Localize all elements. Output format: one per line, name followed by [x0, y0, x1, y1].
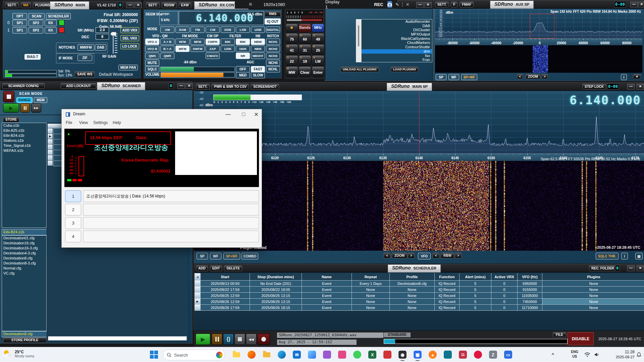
file-item-eibi-b24.s1b[interactable]: Eibi-B24.s1b [2, 133, 46, 138]
mode-fm-button[interactable]: FM [191, 26, 205, 33]
waterfall-palette-button[interactable]: ▤ [635, 253, 643, 259]
bands-tab-button[interactable]: Bands [299, 24, 311, 33]
rx-rdsw-button[interactable]: RDSW [162, 2, 177, 8]
standard-mode-chip[interactable]: STANDARD [384, 333, 411, 337]
band-dot-button[interactable] [285, 24, 298, 33]
profile-item-decimisation8.cfg[interactable]: Decimisation8.cfg [2, 256, 46, 261]
cell[interactable]: 2025/08/22 17:59 [201, 287, 250, 293]
app-teal-icon[interactable] [443, 350, 453, 360]
cell[interactable]: 2025/08/25 13:15 [250, 293, 302, 299]
band-key-clear[interactable]: Clear [299, 66, 311, 77]
volume-meter[interactable] [161, 72, 235, 77]
mini-row-header[interactable] [48, 150, 53, 155]
aux-spectrum-plot[interactable]: dBm -20-30-40-50-60-70-80-90-100-110-120… [435, 9, 642, 39]
scanner-config-button[interactable]: SCANNER CONFIG [2, 83, 45, 89]
cell[interactable]: Event [302, 299, 352, 305]
plugin-item-dxcluster[interactable]: DXCluster [362, 28, 432, 32]
plugin-item-fran[interactable]: Fran [362, 58, 432, 62]
aux-zoom-out-button[interactable]: < [517, 74, 523, 79]
scan-play-button[interactable]: ▶ [3, 103, 19, 113]
mode-cw-button[interactable]: CW [206, 26, 220, 33]
vrx1-rx-button[interactable]: RX [45, 27, 57, 34]
agc-off-button[interactable]: OFF [236, 66, 250, 72]
cell[interactable]: 0 [491, 287, 518, 293]
band-key-19[interactable]: 219 [299, 55, 311, 66]
screenshot-camera-button[interactable] [387, 1, 392, 8]
cell[interactable]: Event [302, 287, 352, 293]
app-blue-icon[interactable]: ▦ [413, 350, 423, 360]
nch1-button[interactable]: NCH1 [266, 39, 280, 45]
band-key-lw[interactable]: 3LW [312, 55, 324, 66]
scrollbar-thumb[interactable] [358, 25, 359, 46]
vfo-button[interactable]: VFO [418, 253, 431, 259]
cell[interactable]: None [542, 281, 644, 287]
column-header-active-vrx[interactable]: Active VRX [491, 273, 518, 281]
minimize-button[interactable]: — [177, 83, 185, 89]
minimize-button[interactable]: — [627, 265, 635, 271]
column-header-stop-duration-mins-[interactable]: Stop (Duration mins) [250, 273, 302, 281]
plugin-item-cloudmarkers[interactable]: CloudMarkers [362, 41, 432, 45]
display-app-icon[interactable]: ▭ [503, 350, 513, 360]
aux-waterfall[interactable] [435, 45, 642, 73]
cell[interactable]: None [542, 287, 644, 293]
scan-files-list[interactable]: Cuba.s1bEibi-A25.s1bEibi-B24.s1bStations… [2, 123, 47, 228]
column-header-vfo-hz-[interactable]: VFO (Hz) [518, 273, 542, 281]
vfo-b-button[interactable]: VFO B [145, 46, 159, 52]
dec-value-field[interactable]: 8 [96, 34, 109, 40]
schedule-row-0[interactable]: 2025/08/13 00:59No End Date (331)EventEv… [195, 281, 644, 287]
mini-row-cursor[interactable]: ▶ [48, 134, 53, 139]
cell[interactable]: Event [302, 293, 352, 299]
cell[interactable]: 11935000 [518, 293, 542, 299]
clock-widget[interactable]: 11:28 2025-08-27 [616, 350, 635, 360]
profile-item-vc.cfg[interactable]: VC.cfg [2, 271, 46, 276]
80k-button[interactable]: 80K [236, 39, 250, 45]
column-header-start[interactable]: Start [201, 273, 250, 281]
file-item-time_signal.s1b[interactable]: Time_Signal.s1b [2, 143, 46, 148]
vrx0-sp1-button[interactable]: SP1 [12, 20, 27, 26]
store-button[interactable]: STORE [3, 117, 19, 122]
file-item-cuba.s1b[interactable]: Cuba.s1b [2, 123, 46, 128]
band-key-41[interactable]: 441 [285, 44, 298, 55]
mini-row-header[interactable] [48, 161, 53, 166]
service-1-button[interactable]: 1 [65, 190, 81, 202]
selected-bank-header[interactable]: Eibi-B24.s1b [2, 229, 48, 235]
zoom-out-button[interactable]: < [384, 253, 390, 258]
unload-all-plugins-button[interactable]: UNLOAD ALL PLUGINS [340, 67, 379, 72]
nchl-button[interactable]: NCHL [266, 66, 280, 72]
vrx0-rx-button[interactable]: RX [45, 20, 57, 26]
60k-button[interactable]: 60K [221, 39, 235, 45]
rewind-button[interactable]: ◀◀ [246, 334, 257, 345]
cell[interactable]: 2025/08/26 18:15 [250, 305, 302, 311]
a-b-button[interactable]: A > B [160, 39, 174, 45]
cell[interactable]: 2025/08/26 13:15 [250, 299, 302, 305]
sqlc-button[interactable]: SQLC [145, 66, 159, 72]
profiles-list[interactable]: Decimisation01.cfgDecimisation16.cfgDeci… [2, 235, 47, 331]
record-button[interactable] [257, 334, 270, 345]
cell[interactable]: 0 [491, 281, 518, 287]
agc-med-button[interactable]: MED [236, 72, 250, 78]
cell[interactable]: 2025/08/25 12:59 [201, 293, 250, 299]
edit-pencil-icon[interactable]: ✎ [395, 2, 399, 7]
close-button[interactable]: ✕ [252, 111, 260, 118]
aux-wf-button[interactable]: WF [448, 74, 459, 80]
profile-item-decimisation16-3.cfg[interactable]: Decimisation16-3.cfg [2, 246, 46, 251]
cell[interactable]: 2025/08/22 18:05 [250, 287, 302, 293]
mode-am-button[interactable]: AM [160, 26, 174, 33]
192k-button[interactable]: 192K [236, 46, 250, 52]
sp-sett-button[interactable]: SETT. [196, 84, 210, 89]
mini-row-header[interactable] [48, 155, 53, 160]
cell[interactable]: 6950000 [518, 281, 542, 287]
cell[interactable]: 11710000 [518, 305, 542, 311]
nfm-button[interactable]: NFM [175, 39, 190, 45]
search-box[interactable]: Search [163, 350, 225, 360]
menu-icon[interactable]: ≡ [249, 1, 252, 7]
notch-mwfm-button[interactable]: MW/FM [77, 44, 94, 51]
cell[interactable]: 5 [460, 281, 491, 287]
mode-sam-button[interactable]: SAM [175, 26, 190, 33]
b-a-button[interactable]: B > A [160, 46, 174, 52]
folder-icon[interactable] [262, 350, 272, 360]
wifi-icon[interactable] [584, 352, 590, 357]
sched-delete-button[interactable]: DELETE [224, 265, 242, 271]
rbw-up-button[interactable]: > [455, 253, 462, 258]
scan-skip-button[interactable]: ▶▶ [31, 103, 41, 113]
